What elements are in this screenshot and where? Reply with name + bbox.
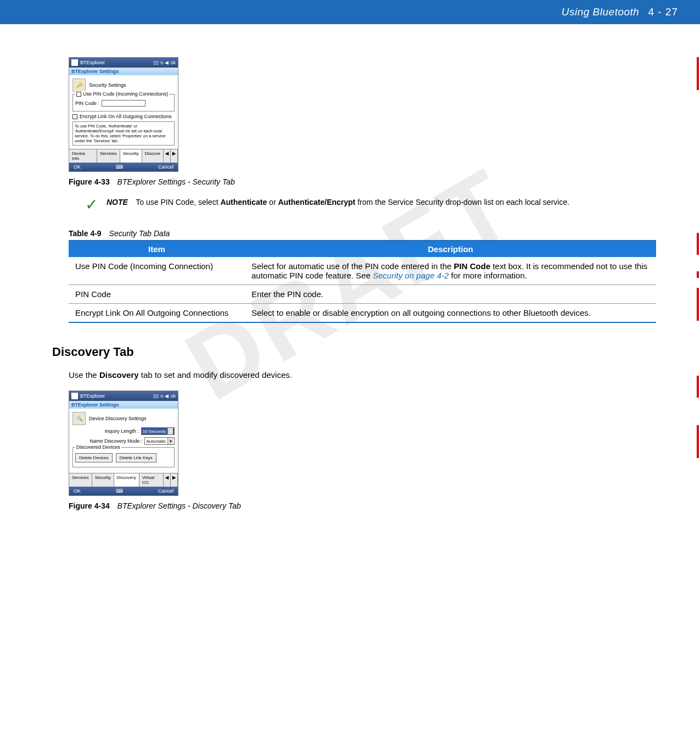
figure-34-label: Figure 4-34 xyxy=(69,501,110,510)
figure-33-title: BTExplorer Settings - Security Tab xyxy=(117,177,235,186)
speaker-icon: ◀ xyxy=(165,393,169,399)
keyboard-icon: ⌨ xyxy=(116,164,123,170)
table-9-caption: Table 4-9 Security Tab Data xyxy=(69,229,656,238)
cell-item: PIN Code xyxy=(69,285,245,304)
tab-discovery-partial: Discove xyxy=(142,149,164,163)
figure-34-title: BTExplorer Settings - Discovery Tab xyxy=(117,501,241,510)
inquiry-length-select: 10 Seconds ▾ xyxy=(141,427,175,435)
checkmark-icon: ✓ xyxy=(85,197,98,213)
tab-arrow-right-icon: ▶ xyxy=(171,149,178,163)
ok-button: ok xyxy=(170,393,176,399)
signal-icon: ▯▯ xyxy=(153,393,159,399)
signal-icon: ▯▯ xyxy=(153,60,159,65)
figure-34-caption: Figure 4-34 BTExplorer Settings - Discov… xyxy=(69,501,656,510)
shot-subtitle: BTExplorer Settings xyxy=(69,68,178,75)
security-tab-data-table: Item Description Use PIN Code (Incoming … xyxy=(69,240,656,323)
discovery-tab-heading: Discovery Tab xyxy=(52,345,656,359)
table-9-title: Security Tab Data xyxy=(109,229,170,238)
table-9-label: Table 4-9 xyxy=(69,229,102,238)
shot-tabs: Services Security Discovery Virtual CO ◀… xyxy=(69,473,178,487)
shot-tabs: Device Info Services Security Discove ◀ … xyxy=(69,149,178,163)
windows-flag-icon xyxy=(71,59,78,66)
pin-code-input xyxy=(102,100,145,107)
encrypt-checkbox xyxy=(72,114,77,119)
tab-security: Security xyxy=(120,149,142,163)
shot-titlebar: BTExplorer ▯▯ ⎋ ◀ ok xyxy=(69,58,178,68)
note-block: ✓ NOTE To use PIN Code, select Authentic… xyxy=(85,197,656,213)
shot-cancel: Cancel xyxy=(158,164,173,170)
speaker-icon: ◀ xyxy=(165,60,169,65)
shot-app-title: BTExplorer xyxy=(80,393,105,399)
tab-arrow-left-icon: ◀ xyxy=(164,473,171,487)
shot-ok: OK xyxy=(74,164,81,170)
inquiry-length-label: Inquiry Length : xyxy=(105,428,139,434)
th-item: Item xyxy=(69,241,245,257)
th-description: Description xyxy=(245,241,656,257)
search-icon: 🔍 xyxy=(72,412,86,425)
shot-cancel: Cancel xyxy=(158,488,173,494)
keyboard-icon: ⌨ xyxy=(116,488,123,494)
tab-device-info: Device Info xyxy=(69,149,97,163)
network-icon: ⎋ xyxy=(160,60,163,65)
use-pin-checkbox xyxy=(76,92,81,97)
discovery-intro: Use the Discovery tab to set and modify … xyxy=(69,370,656,380)
shot-bottombar: OK ⌨ Cancel xyxy=(69,487,178,495)
ok-button: ok xyxy=(170,60,176,65)
tab-arrow-left-icon: ◀ xyxy=(164,149,171,163)
delete-devices-button: Delete Devices xyxy=(75,453,113,462)
shot-ok: OK xyxy=(74,488,81,494)
page-header: Using Bluetooth 4 - 27 xyxy=(0,0,700,24)
shot-info-text: To use PIN Code, 'Authenticate' or 'Auth… xyxy=(72,121,175,146)
tab-arrow-right-icon: ▶ xyxy=(171,473,178,487)
tab-discovery: Discovery xyxy=(114,473,139,487)
screenshot-security-tab: BTExplorer ▯▯ ⎋ ◀ ok BTExplorer Settings… xyxy=(69,57,178,172)
cell-desc: Select for automatic use of the PIN code… xyxy=(245,257,656,285)
cell-desc: Enter the PIN code. xyxy=(245,285,656,304)
header-title: Using Bluetooth xyxy=(562,6,640,18)
dropdown-arrow-icon: ▾ xyxy=(167,428,173,434)
security-settings-label: Security Settings xyxy=(89,82,126,88)
use-pin-legend: Use PIN Code (Incoming Connections) xyxy=(83,91,168,97)
tab-services: Services xyxy=(97,149,120,163)
cell-desc: Select to enable or disable encryption o… xyxy=(245,304,656,323)
shot-titlebar: BTExplorer ▯▯ ⎋ ◀ ok xyxy=(69,391,178,401)
dropdown-arrow-icon: ▾ xyxy=(167,438,173,444)
name-discovery-select: Automatic ▾ xyxy=(144,437,175,445)
shot-subtitle: BTExplorer Settings xyxy=(69,401,178,409)
note-text: To use PIN Code, select Authenticate or … xyxy=(136,198,569,207)
tab-virtual-com: Virtual CO xyxy=(139,473,164,487)
table-row: Encrypt Link On All Outgoing Connections… xyxy=(69,304,656,323)
table-row: PIN Code Enter the PIN code. xyxy=(69,285,656,304)
shot-app-title: BTExplorer xyxy=(80,60,105,65)
delete-link-keys-button: Delete Link Keys xyxy=(116,453,156,462)
tab-security: Security xyxy=(92,473,114,487)
header-page-number: 4 - 27 xyxy=(648,6,678,18)
tab-services: Services xyxy=(69,473,92,487)
figure-33-label: Figure 4-33 xyxy=(69,177,110,186)
screenshot-discovery-tab: BTExplorer ▯▯ ⎋ ◀ ok BTExplorer Settings… xyxy=(69,391,178,496)
cell-item: Use PIN Code (Incoming Connection) xyxy=(69,257,245,285)
name-discovery-mode-label: Name Discovery Mode : xyxy=(89,438,142,444)
windows-flag-icon xyxy=(71,393,78,399)
pin-code-label: PIN Code : xyxy=(75,101,99,106)
note-label: NOTE xyxy=(107,198,128,207)
shot-bottombar: OK ⌨ Cancel xyxy=(69,163,178,171)
cell-item: Encrypt Link On All Outgoing Connections xyxy=(69,304,245,323)
encrypt-label: Encrypt Link On All Outgoing Connections xyxy=(80,114,172,119)
network-icon: ⎋ xyxy=(160,393,163,399)
discovered-devices-legend: Discovered Devices xyxy=(76,444,120,450)
key-icon: 🔑 xyxy=(72,79,86,92)
figure-33-caption: Figure 4-33 BTExplorer Settings - Securi… xyxy=(69,177,656,186)
table-row: Use PIN Code (Incoming Connection) Selec… xyxy=(69,257,656,285)
device-discovery-label: Device Discovery Settings xyxy=(89,416,147,421)
